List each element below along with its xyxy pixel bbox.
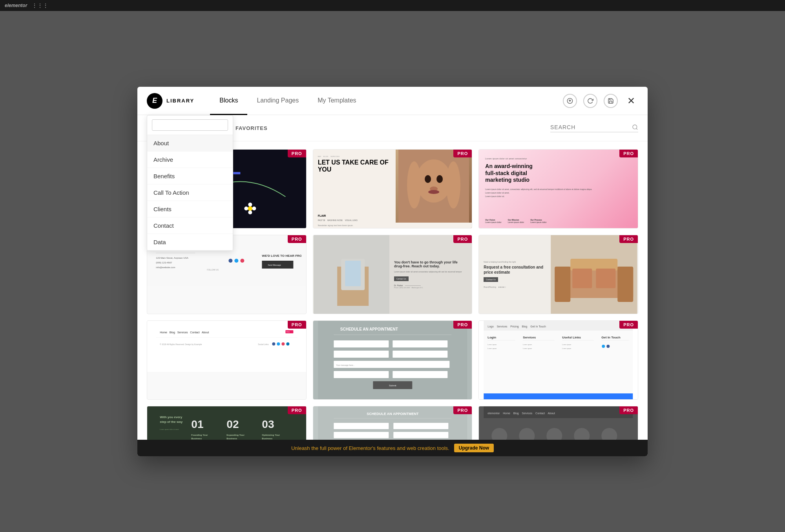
face-photo-area [396, 150, 472, 228]
svg-text:(555) 123-4567: (555) 123-4567 [156, 261, 172, 264]
pro-badge-8: PRO [453, 321, 472, 329]
svg-rect-70 [334, 351, 389, 358]
pink-content: Lorem ipsum dolor sit amet consectetur A… [479, 150, 638, 206]
refresh-button[interactable] [583, 94, 597, 108]
dropdown-item-benefits[interactable]: Benefits [147, 168, 233, 185]
svg-rect-97 [484, 393, 633, 399]
svg-point-95 [602, 345, 605, 348]
svg-text:03: 03 [262, 418, 274, 430]
dropdown-item-call-to-action[interactable]: Call To Action [147, 185, 233, 201]
svg-text:Lorem ipsum: Lorem ipsum [488, 347, 497, 349]
dropdown-item-clients[interactable]: Clients [147, 201, 233, 218]
footer-bar: Unleash the full power of Elementor's fe… [137, 440, 648, 456]
svg-text:SCHEDULE AN APPOINTMENT: SCHEDULE AN APPOINTMENT [340, 327, 398, 331]
svg-point-36 [228, 259, 232, 263]
svg-text:SCHEDULE AN APPOINTMENT: SCHEDULE AN APPOINTMENT [367, 412, 419, 416]
svg-text:step of the way: step of the way [160, 420, 183, 424]
upload-button[interactable] [563, 94, 577, 108]
pink-nav: Lorem ipsum dolor sit amet consectetur [485, 157, 632, 160]
dropdown-item-contact[interactable]: Contact [147, 218, 233, 234]
template-card-2[interactable]: NAV BLOG SERVICES LET US TAKE CARE OF YO… [313, 149, 473, 229]
svg-text:Lorem ipsum: Lorem ipsum [562, 344, 572, 346]
svg-rect-68 [334, 340, 389, 347]
card-thumb-nav: Home Blog Services Contact About PRO © 2… [147, 321, 306, 372]
doctor-text-area: You don't have to go through your life d… [389, 235, 472, 314]
dropdown-item-data[interactable]: Data [147, 234, 233, 250]
tab-my-templates[interactable]: My Templates [308, 87, 365, 115]
pink-columns: Our VisionLorem ipsum dolor Our MissionL… [485, 219, 546, 223]
template-card-9[interactable]: Logo Services Pricing Blog Get In Touch … [478, 320, 638, 400]
dropdown-item-about[interactable]: About [147, 135, 233, 152]
svg-point-17 [248, 206, 252, 211]
schedule-svg: SCHEDULE AN APPOINTMENT Book Appointment [313, 406, 472, 440]
template-card-6[interactable]: Need a helping hand finding the right Re… [478, 235, 638, 314]
upgrade-button[interactable]: Upgrade Now [454, 444, 494, 452]
modal-header: E LIBRARY Blocks Landing Pages My Templa… [137, 87, 648, 115]
svg-text:Submit: Submit [389, 384, 396, 387]
pro-badge-12: PRO [619, 406, 638, 414]
svg-rect-117 [334, 423, 389, 429]
card-thumb-flooring: Need a helping hand finding the right Re… [479, 235, 638, 314]
svg-point-29 [446, 161, 460, 208]
svg-rect-52 [573, 269, 592, 288]
search-input[interactable] [550, 124, 629, 130]
svg-text:FOLLOW US: FOLLOW US [207, 269, 219, 271]
pink-headline: An award-winning full-stack digital mark… [485, 163, 540, 184]
template-card-5[interactable]: You don't have to go through your life d… [313, 235, 473, 314]
template-card-11[interactable]: SCHEDULE AN APPOINTMENT Book Appointment [313, 406, 473, 440]
svg-point-63 [281, 342, 285, 346]
footer-message: Unleash the full power of Elementor's fe… [291, 445, 449, 451]
sofa-image-area [550, 235, 638, 314]
svg-point-23 [416, 159, 451, 203]
card-thumb-appointment: SCHEDULE AN APPOINTMENT Your message her… [313, 321, 472, 399]
tech-svg: Logo Services Pricing Blog Get In Touch … [479, 321, 638, 399]
card-thumb-steps: With you every step of the way Lorem ips… [147, 406, 306, 440]
svg-text:© 2018 All Rights Reserved. De: © 2018 All Rights Reserved. Design by Ex… [160, 343, 202, 346]
search-icon [632, 124, 638, 130]
elementor-logo: E [147, 93, 162, 109]
svg-point-96 [607, 345, 610, 348]
dark-nav-svg: elementor Home Blog Services Contact Abo… [479, 406, 638, 440]
svg-rect-118 [393, 423, 448, 429]
logo-letter: E [152, 97, 157, 105]
svg-text:Lorem ipsum: Lorem ipsum [488, 344, 497, 346]
svg-text:Lorem ipsum: Lorem ipsum [523, 344, 533, 346]
svg-rect-32 [156, 253, 195, 253]
tab-blocks[interactable]: Blocks [210, 87, 247, 115]
pro-badge-9: PRO [619, 321, 638, 329]
svg-point-28 [407, 161, 421, 208]
pro-badge-5: PRO [453, 235, 472, 243]
svg-point-24 [425, 175, 431, 183]
library-title: LIBRARY [166, 98, 194, 104]
card-thumb-doctor: You don't have to go through your life d… [313, 235, 472, 314]
svg-rect-75 [392, 371, 447, 378]
svg-text:02: 02 [226, 418, 239, 430]
svg-text:Send Message: Send Message [268, 264, 281, 266]
card-thumb-schedule: SCHEDULE AN APPOINTMENT Book Appointment [313, 406, 472, 440]
template-card-8[interactable]: SCHEDULE AN APPOINTMENT Your message her… [313, 320, 473, 400]
template-card-3[interactable]: Lorem ipsum dolor sit amet consectetur A… [478, 149, 638, 229]
card-bottom-strip: Newsletter signup text here lorem ipsum [313, 223, 472, 228]
beige-headline: LET US TAKE CARE OF YOU [318, 159, 396, 173]
template-card-10[interactable]: With you every step of the way Lorem ips… [147, 406, 307, 440]
svg-rect-71 [392, 351, 447, 358]
card-thumb-pink: Lorem ipsum dolor sit amet consectetur A… [479, 150, 638, 228]
pink-description: Lorem ipsum dolor sit amet, consectetur … [485, 188, 632, 198]
save-button[interactable] [604, 94, 618, 108]
nav-strip: NAV BLOG SERVICES [318, 156, 396, 157]
svg-rect-53 [596, 269, 616, 288]
svg-text:Lorem ipsum: Lorem ipsum [523, 347, 533, 349]
svg-text:01: 01 [191, 418, 203, 430]
svg-text:Business: Business [191, 437, 202, 440]
beige-footer-text: FLAIR PAST BI WASHING NOSE VISUAL LENS [318, 214, 396, 222]
tab-landing-pages[interactable]: Landing Pages [247, 87, 308, 115]
dropdown-item-archive[interactable]: Archive [147, 152, 233, 168]
svg-point-62 [277, 342, 280, 346]
close-button[interactable]: ✕ [624, 94, 638, 108]
template-card-7[interactable]: Home Blog Services Contact About PRO © 2… [147, 320, 307, 400]
dropdown-search-input[interactable] [152, 119, 228, 131]
face-svg [396, 150, 472, 228]
svg-text:Home   Blog   Services   Conta: Home Blog Services Contact About [160, 331, 209, 334]
template-card-12[interactable]: elementor Home Blog Services Contact Abo… [478, 406, 638, 440]
svg-rect-50 [618, 267, 633, 302]
